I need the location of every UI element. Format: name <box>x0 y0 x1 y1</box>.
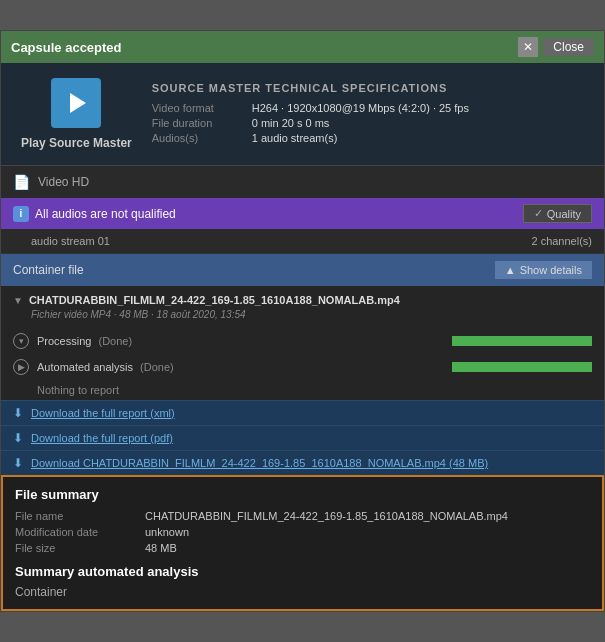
show-details-button[interactable]: ▲ Show details <box>495 261 592 279</box>
summary-row-filesize: File size 48 MB <box>15 542 590 554</box>
play-label: Play Source Master <box>21 136 132 150</box>
automated-analysis-row: ▶ Automated analysis (Done) <box>1 354 604 380</box>
spec-row-video: Video format H264 · 1920x1080@19 Mbps (4… <box>152 102 584 114</box>
specs-section: SOURCE MASTER TECHNICAL SPECIFICATIONS V… <box>152 82 584 147</box>
download-link-text-1: Download the full report (pdf) <box>31 432 173 444</box>
audio-stream-channels: 2 channel(s) <box>531 235 592 247</box>
automated-progress-fill <box>452 362 592 372</box>
file-summary-title: File summary <box>15 487 590 502</box>
summary-value-filename: CHATDURABBIN_FILMLM_24-422_169-1.85_1610… <box>145 510 508 522</box>
download-icon-0: ⬇ <box>13 406 23 420</box>
summary-row-moddate: Modification date unknown <box>15 526 590 538</box>
play-button-area: Play Source Master <box>21 78 132 150</box>
modal-header: Capsule accepted ✕ Close <box>1 31 604 63</box>
spec-row-duration: File duration 0 min 20 s 0 ms <box>152 117 584 129</box>
file-summary-section: File summary File name CHATDURABBIN_FILM… <box>1 475 604 611</box>
audio-stream-name: audio stream 01 <box>31 235 110 247</box>
triangle-icon: ▲ <box>505 264 516 276</box>
summary-auto-title: Summary automated analysis <box>15 564 590 579</box>
triangle-expand-icon: ▼ <box>13 295 23 306</box>
processing-label-text: Processing <box>37 335 91 347</box>
automated-label: Automated analysis (Done) <box>37 361 444 373</box>
specs-title: SOURCE MASTER TECHNICAL SPECIFICATIONS <box>152 82 584 94</box>
processing-progress-bar <box>452 336 592 346</box>
download-icon-2: ⬇ <box>13 456 23 470</box>
video-hd-row: 📄 Video HD <box>1 165 604 198</box>
video-hd-label: Video HD <box>38 175 89 189</box>
processing-label: Processing (Done) <box>37 335 444 347</box>
header-close-button[interactable]: Close <box>543 38 594 56</box>
audio-stream-row: audio stream 01 2 channel(s) <box>1 229 604 254</box>
processing-status: (Done) <box>98 335 132 347</box>
processing-progress-fill <box>452 336 592 346</box>
container-file-header: Container file ▲ Show details <box>1 254 604 286</box>
spec-value-duration: 0 min 20 s 0 ms <box>252 117 330 129</box>
spec-value-video: H264 · 1920x1080@19 Mbps (4:2:0) · 25 fp… <box>252 102 469 114</box>
info-icon: i <box>13 206 29 222</box>
download-link-row-2[interactable]: ⬇ Download CHATDURABBIN_FILMLM_24-422_16… <box>1 450 604 475</box>
source-master-section: Play Source Master SOURCE MASTER TECHNIC… <box>1 63 604 165</box>
automated-expand-icon[interactable]: ▶ <box>13 359 29 375</box>
spec-label-audio: Audios(s) <box>152 132 252 144</box>
automated-progress-bar <box>452 362 592 372</box>
processing-row: ▾ Processing (Done) <box>1 328 604 354</box>
spec-row-audio: Audios(s) 1 audio stream(s) <box>152 132 584 144</box>
file-name-row: ▼ CHATDURABBIN_FILMLM_24-422_169-1.85_16… <box>13 294 592 306</box>
spec-value-audio: 1 audio stream(s) <box>252 132 338 144</box>
spec-label-video: Video format <box>152 102 252 114</box>
audio-warning-row: i All audios are not qualified ✓ Quality <box>1 198 604 229</box>
audio-warning-left: i All audios are not qualified <box>13 206 176 222</box>
show-details-label: Show details <box>520 264 582 276</box>
summary-label-moddate: Modification date <box>15 526 145 538</box>
automated-label-text: Automated analysis <box>37 361 133 373</box>
download-link-row-0[interactable]: ⬇ Download the full report (xml) <box>1 400 604 425</box>
audio-warning-text: All audios are not qualified <box>35 207 176 221</box>
play-button[interactable] <box>51 78 101 128</box>
processing-expand-icon[interactable]: ▾ <box>13 333 29 349</box>
summary-value-filesize: 48 MB <box>145 542 177 554</box>
file-info-section: ▼ CHATDURABBIN_FILMLM_24-422_169-1.85_16… <box>1 286 604 328</box>
checkmark-icon: ✓ <box>534 207 543 220</box>
summary-row-filename: File name CHATDURABBIN_FILMLM_24-422_169… <box>15 510 590 522</box>
download-link-row-1[interactable]: ⬇ Download the full report (pdf) <box>1 425 604 450</box>
summary-value-moddate: unknown <box>145 526 189 538</box>
header-controls: ✕ Close <box>518 37 594 57</box>
modal-container: Capsule accepted ✕ Close Play Source Mas… <box>0 30 605 612</box>
file-name-text: CHATDURABBIN_FILMLM_24-422_169-1.85_1610… <box>29 294 400 306</box>
container-file-label: Container file <box>13 263 84 277</box>
summary-label-filename: File name <box>15 510 145 522</box>
download-link-text-0: Download the full report (xml) <box>31 407 175 419</box>
play-icon <box>70 93 86 113</box>
spec-label-duration: File duration <box>152 117 252 129</box>
quality-label: Quality <box>547 208 581 220</box>
header-x-button[interactable]: ✕ <box>518 37 538 57</box>
download-icon-1: ⬇ <box>13 431 23 445</box>
quality-button[interactable]: ✓ Quality <box>523 204 592 223</box>
file-sub-text: Fichier vidéo MP4 · 48 MB · 18 août 2020… <box>31 309 592 320</box>
modal-title: Capsule accepted <box>11 40 122 55</box>
container-label: Container <box>15 585 590 599</box>
download-link-text-2: Download CHATDURABBIN_FILMLM_24-422_169-… <box>31 457 488 469</box>
summary-label-filesize: File size <box>15 542 145 554</box>
file-icon: 📄 <box>13 174 30 190</box>
nothing-report: Nothing to report <box>1 380 604 400</box>
automated-status: (Done) <box>140 361 174 373</box>
